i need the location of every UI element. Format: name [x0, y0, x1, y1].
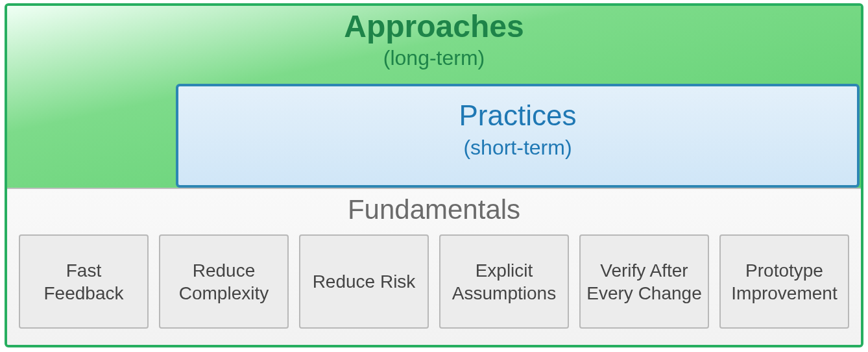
card-verify-after-change: Verify After Every Change [579, 234, 709, 329]
card-reduce-complexity: Reduce Complexity [159, 234, 289, 329]
practices-layer: Practices (short-term) [176, 84, 860, 188]
practices-title: Practices [178, 99, 857, 132]
fundamentals-layer: Fundamentals Fast Feedback Reduce Comple… [7, 188, 861, 345]
card-fast-feedback: Fast Feedback [19, 234, 149, 329]
card-reduce-risk: Reduce Risk [299, 234, 429, 329]
practices-subtitle: (short-term) [178, 136, 857, 160]
approaches-title: Approaches [7, 8, 861, 44]
card-prototype-improvement: Prototype Improvement [719, 234, 849, 329]
card-explicit-assumptions: Explicit Assumptions [439, 234, 569, 329]
fundamentals-title: Fundamentals [7, 194, 861, 225]
diagram-container: Approaches (long-term) Practices (short-… [5, 3, 863, 347]
approaches-subtitle: (long-term) [7, 46, 861, 70]
fundamentals-cards: Fast Feedback Reduce Complexity Reduce R… [7, 234, 861, 329]
